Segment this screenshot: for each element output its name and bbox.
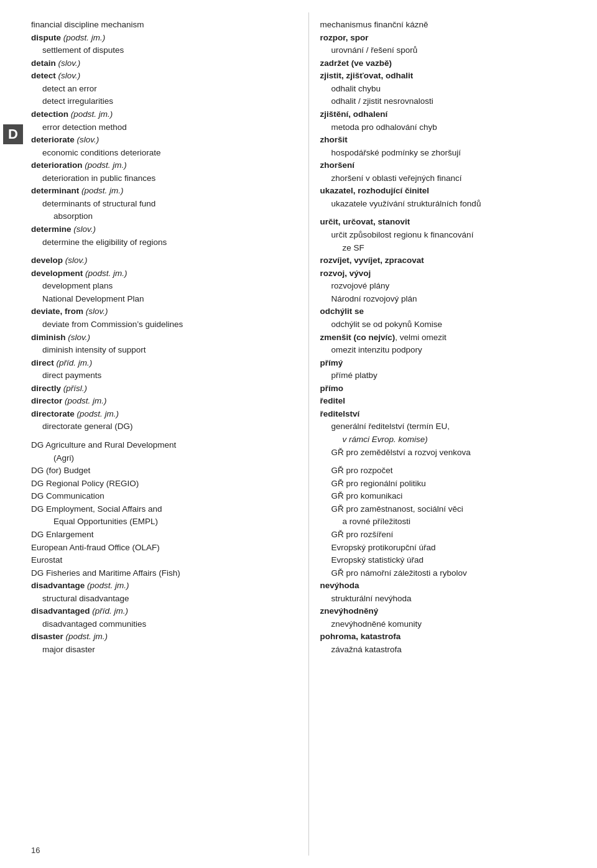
list-item	[320, 459, 586, 464]
list-item: detain (slov.)	[31, 57, 297, 70]
list-item: rozvojové plány	[320, 280, 586, 292]
list-item: odhalit chybu	[320, 83, 586, 95]
list-item: DG Fisheries and Maritime Affairs (Fish)	[31, 567, 297, 579]
list-item: structural disadvantage	[31, 593, 297, 605]
list-item: ředitel	[320, 395, 586, 407]
list-item: error detection method	[31, 121, 297, 134]
list-item: directly (přísl.)	[31, 382, 297, 395]
list-item: direct (příd. jm.)	[31, 357, 297, 369]
letter-box: D	[3, 124, 23, 144]
list-item: Evropský statistický úřad	[320, 554, 586, 566]
list-item: DG Enlargement	[31, 529, 297, 541]
list-item	[31, 249, 297, 254]
list-item	[31, 433, 297, 439]
list-item: určit způsobilost regionu k financování	[320, 229, 586, 241]
list-item: settlement of disputes	[31, 44, 297, 57]
list-item: detect (slov.)	[31, 70, 297, 82]
list-item: ukazatel, rozhodující činitel	[320, 185, 586, 197]
list-item: National Development Plan	[31, 293, 297, 305]
list-item: znevýhodněné komunity	[320, 618, 586, 630]
list-item: Národní rozvojový plán	[320, 293, 586, 305]
list-item: GŘ pro námořní záležitosti a rybolov	[320, 567, 586, 579]
left-column: financial discipline mechanismdispute (p…	[26, 12, 309, 856]
list-item: director (podst. jm.)	[31, 395, 297, 407]
list-item: directorate general (DG)	[31, 420, 297, 433]
list-item: rozpor, spor	[320, 32, 586, 44]
list-item: zhoršit	[320, 134, 586, 146]
list-item: disaster (podst. jm.)	[31, 630, 297, 643]
list-item: disadvantaged (příd. jm.)	[31, 605, 297, 617]
list-item: DG Communication	[31, 490, 297, 502]
list-item: determinant (podst. jm.)	[31, 185, 297, 197]
list-item: disadvantaged communities	[31, 618, 297, 630]
list-item: direct payments	[31, 369, 297, 382]
list-item: rozvíjet, vyvíjet, zpracovat	[320, 254, 586, 267]
list-item: deviate, from (slov.)	[31, 305, 297, 318]
list-item: economic conditions deteriorate	[31, 147, 297, 159]
list-item: GŘ pro rozšíření	[320, 529, 586, 541]
list-item: a rovné příležitosti	[320, 515, 586, 528]
list-item: deterioration (podst. jm.)	[31, 159, 297, 172]
list-item: deviate from Commission’s guidelines	[31, 318, 297, 331]
list-item: DG Regional Policy (REGIO)	[31, 478, 297, 490]
list-item: mechanismus finanční kázně	[320, 19, 586, 31]
list-item: zmenšit (co nejvíc), velmi omezit	[320, 331, 586, 344]
list-item: zhoršení v oblasti veřejných financí	[320, 172, 586, 185]
list-item: major disaster	[31, 644, 297, 656]
list-item: pohroma, katastrofa	[320, 630, 586, 643]
list-item: absorption	[31, 210, 297, 223]
list-item: disadvantage (podst. jm.)	[31, 579, 297, 592]
list-item: přímo	[320, 382, 586, 395]
list-item: determine the eligibility of regions	[31, 236, 297, 249]
list-item: DG Employment, Social Affairs and	[31, 503, 297, 515]
list-item: v rámci Evrop. komise)	[320, 433, 586, 446]
list-item: určit, určovat, stanovit	[320, 216, 586, 228]
list-item: ze SF	[320, 242, 586, 254]
list-item: metoda pro odhalování chyb	[320, 121, 586, 134]
list-item: strukturální nevýhoda	[320, 593, 586, 605]
content: financial discipline mechanismdispute (p…	[26, 12, 597, 856]
list-item: rozvoj, vývoj	[320, 267, 586, 280]
list-item: directorate (podst. jm.)	[31, 408, 297, 420]
list-item: nevýhoda	[320, 579, 586, 592]
list-item: GŘ pro zemědělství a rozvoj venkova	[320, 446, 586, 459]
list-item: znevýhodněný	[320, 605, 586, 617]
list-item: GŘ pro zaměstnanost, sociální věci	[320, 503, 586, 515]
list-item: závažná katastrofa	[320, 644, 586, 656]
list-item: přímé platby	[320, 369, 586, 382]
list-item	[320, 210, 586, 216]
list-item: deteriorate (slov.)	[31, 134, 297, 146]
list-item: European Anti-fraud Office (OLAF)	[31, 542, 297, 554]
page-number: 16	[31, 845, 40, 857]
page: D financial discipline mechanismdispute …	[0, 0, 597, 868]
list-item: zadržet (ve vazbě)	[320, 57, 586, 70]
list-item: develop (slov.)	[31, 254, 297, 267]
list-item: detection (podst. jm.)	[31, 108, 297, 121]
list-item: urovnání / řešení sporů	[320, 44, 586, 57]
list-item: zjistit, zjišťovat, odhalit	[320, 70, 586, 82]
list-item: GŘ pro komunikaci	[320, 490, 586, 502]
list-item: financial discipline mechanism	[31, 19, 297, 31]
list-item: GŘ pro regionální politiku	[320, 478, 586, 490]
list-item: Eurostat	[31, 554, 297, 566]
list-item: GŘ pro rozpočet	[320, 464, 586, 477]
list-item: diminish intensity of support	[31, 344, 297, 356]
list-item: DG (for) Budget	[31, 464, 297, 477]
list-item: Equal Opportunities (EMPL)	[31, 515, 297, 528]
list-item: diminish (slov.)	[31, 331, 297, 344]
list-item: determine (slov.)	[31, 223, 297, 236]
letter-tab: D	[0, 12, 26, 856]
list-item: odchýlit se	[320, 305, 586, 318]
list-item: ukazatele využívání strukturálních fondů	[320, 198, 586, 210]
list-item: determinants of structural fund	[31, 198, 297, 210]
list-item: (Agri)	[31, 452, 297, 464]
list-item: přímý	[320, 357, 586, 369]
list-item: generální ředitelství (termín EU,	[320, 420, 586, 433]
list-item: odchýlit se od pokynů Komise	[320, 318, 586, 331]
list-item: detect irregularities	[31, 95, 297, 108]
list-item: omezit intenzitu podpory	[320, 344, 586, 356]
list-item: deterioration in public finances	[31, 172, 297, 185]
list-item: dispute (podst. jm.)	[31, 32, 297, 44]
list-item: development plans	[31, 280, 297, 292]
list-item: odhalit / zjistit nesrovnalosti	[320, 95, 586, 108]
